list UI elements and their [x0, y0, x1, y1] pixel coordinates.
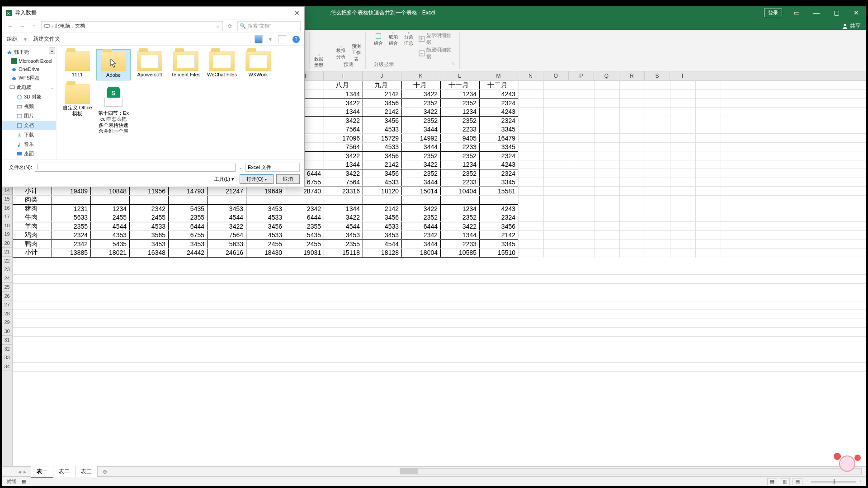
tools-dropdown[interactable]: 工具(L) ▾	[212, 176, 237, 183]
nav-back-button[interactable]: ←	[6, 22, 15, 31]
group-button[interactable]: 组合	[373, 32, 384, 47]
svg-rect-4	[393, 32, 394, 33]
horizontal-scrollbar[interactable]	[400, 468, 862, 474]
zoom-slider[interactable]	[811, 481, 856, 483]
sidebar-item[interactable]: 视频	[2, 102, 56, 111]
filetype-dropdown[interactable]: Excel 文件	[245, 163, 300, 172]
folder-item[interactable]: 自定义 Office 模板	[60, 82, 94, 135]
sheet-tabs-bar: ◂ ▸ 表一 表二 表三 ⊕	[2, 466, 866, 476]
sheet-nav-next[interactable]: ▸	[24, 469, 31, 475]
dialog-nav: ← → ↑ › 此电脑 › 文档 ⌄ ⟳ 🔍搜索"文档"	[2, 19, 304, 33]
dialog-bottom: 文件名(N): | ⌄ Excel 文件 工具(L) ▾ 打开(O) ▾ 取消	[2, 160, 304, 187]
breadcrumb-dropdown[interactable]: ⌄	[216, 23, 220, 29]
svg-text:X: X	[7, 11, 10, 15]
folder-item[interactable]: Tencent Files	[169, 49, 203, 80]
sidebar-item[interactable]: 图片	[2, 111, 56, 121]
svg-point-21	[18, 145, 19, 147]
import-data-dialog: X 导入数据 ✕ ← → ↑ › 此电脑 › 文档 ⌄ ⟳ 🔍搜索"文档" 组织…	[2, 6, 305, 187]
sidebar-item[interactable]: WPS网盘	[2, 73, 56, 83]
zoom-out-button[interactable]: −	[805, 479, 808, 484]
close-button[interactable]: ✕	[846, 6, 866, 19]
svg-rect-18	[17, 105, 22, 108]
filename-label: 文件名(N):	[7, 164, 32, 171]
sidebar-scroll-up[interactable]: ▴	[49, 47, 55, 54]
show-detail-button[interactable]: 显示明细数据	[419, 32, 456, 46]
open-button[interactable]: 打开(O) ▾	[240, 174, 274, 184]
svg-rect-14	[11, 58, 17, 64]
sidebar-item[interactable]: 音乐	[2, 140, 56, 149]
filename-input[interactable]: |	[35, 163, 236, 172]
ribbon-group-datatypes: 数据类型	[309, 33, 328, 69]
login-button[interactable]: 登录	[764, 9, 782, 17]
sheet-nav-prev[interactable]: ◂	[15, 469, 24, 475]
sidebar-quick-access[interactable]: 韩正尧 ▴	[2, 47, 56, 57]
help-button[interactable]: ?	[292, 36, 300, 43]
hide-detail-button[interactable]: 隐藏明细数据	[419, 47, 456, 60]
group-label-forecast: 预测	[344, 61, 354, 69]
refresh-button[interactable]: ⟳	[226, 23, 235, 29]
svg-rect-17	[10, 86, 14, 89]
svg-rect-20	[18, 123, 21, 128]
file-item[interactable]: S第十四节：Excel中怎么把多个表格快速合并到一个表格	[96, 82, 131, 135]
svg-rect-19	[17, 114, 22, 118]
folder-item[interactable]: WXWork	[241, 49, 275, 80]
datatype-button[interactable]: 数据类型	[313, 54, 324, 69]
newfolder-button[interactable]: 新建文件夹	[33, 35, 60, 43]
status-bar: 就绪 ▦ ▦ ▥ ▤ − +	[2, 476, 866, 486]
sidebar-item[interactable]: 此电脑⌄	[2, 83, 56, 92]
sidebar-item[interactable]: 3D 对象	[2, 92, 56, 102]
view-pagebreak-button[interactable]: ▤	[793, 478, 802, 485]
svg-rect-5	[408, 32, 409, 33]
sidebar-item[interactable]: 下载	[2, 130, 56, 140]
maximize-button[interactable]: ▢	[826, 6, 846, 19]
share-button[interactable]: 共享	[842, 22, 866, 30]
macro-record-icon[interactable]: ▦	[22, 479, 26, 484]
whatif-button[interactable]: 模拟分析	[335, 46, 346, 60]
svg-rect-13	[46, 28, 48, 28]
view-mode-button[interactable]	[255, 35, 263, 43]
sidebar-item[interactable]: Microsoft Excel	[2, 57, 56, 65]
breadcrumb[interactable]: › 此电脑 › 文档 ⌄	[41, 21, 223, 31]
sidebar-item[interactable]: 文档	[2, 121, 56, 130]
dialog-toolbar: 组织▾ 新建文件夹 ▾ ?	[2, 33, 304, 46]
sheet-tab-2[interactable]: 表二	[53, 466, 75, 477]
excel-icon: X	[6, 10, 12, 16]
svg-rect-12	[45, 24, 49, 27]
sidebar-item[interactable]: OneDrive	[2, 65, 56, 73]
sheet-tab-1[interactable]: 表一	[31, 466, 53, 478]
subtotal-button[interactable]: 分类汇总	[403, 32, 414, 47]
svg-point-15	[12, 68, 16, 71]
add-sheet-button[interactable]: ⊕	[100, 469, 110, 475]
view-layout-button[interactable]: ▥	[780, 478, 790, 485]
folder-item[interactable]: 1111	[60, 49, 94, 80]
minimize-button[interactable]: —	[807, 6, 826, 19]
svg-point-16	[12, 77, 16, 80]
cancel-button[interactable]: 取消	[276, 174, 300, 184]
sidebar-item[interactable]: 本地磁盘 (C:)	[2, 159, 56, 160]
svg-point-0	[844, 23, 846, 26]
organize-button[interactable]: 组织	[7, 35, 18, 43]
forecast-button[interactable]: 预测工作表	[351, 46, 362, 60]
ungroup-button[interactable]: 取消组合	[388, 32, 399, 47]
outline-launcher[interactable]: ⤡	[451, 61, 455, 69]
folder-item[interactable]: Adobe	[96, 49, 131, 80]
dialog-sidebar: 韩正尧 ▴ Microsoft ExcelOneDriveWPS网盘此电脑⌄3D…	[2, 46, 57, 160]
folder-item[interactable]: WeChat Files	[205, 49, 239, 80]
ribbon-display-button[interactable]: ▭	[787, 6, 807, 19]
folder-item[interactable]: Apowersoft	[132, 49, 167, 80]
svg-rect-3	[376, 33, 381, 38]
sheet-tab-3[interactable]: 表三	[75, 466, 98, 477]
dialog-titlebar[interactable]: X 导入数据 ✕	[2, 7, 304, 19]
dialog-close-button[interactable]: ✕	[290, 9, 304, 17]
preview-pane-button[interactable]	[278, 35, 286, 43]
view-normal-button[interactable]: ▦	[767, 478, 777, 485]
sidebar-item[interactable]: 桌面	[2, 149, 56, 159]
search-input[interactable]: 🔍搜索"文档"	[237, 21, 301, 31]
nav-up-button[interactable]: ↑	[29, 22, 38, 31]
group-label-outline: 分级显示	[374, 61, 394, 69]
file-list[interactable]: 1111AdobeApowersoftTencent FilesWeChat F…	[57, 46, 304, 160]
svg-rect-6	[408, 33, 409, 33]
dialog-title: 导入数据	[15, 9, 37, 17]
nav-fwd-button[interactable]: →	[18, 22, 27, 31]
status-ready: 就绪	[6, 478, 16, 485]
